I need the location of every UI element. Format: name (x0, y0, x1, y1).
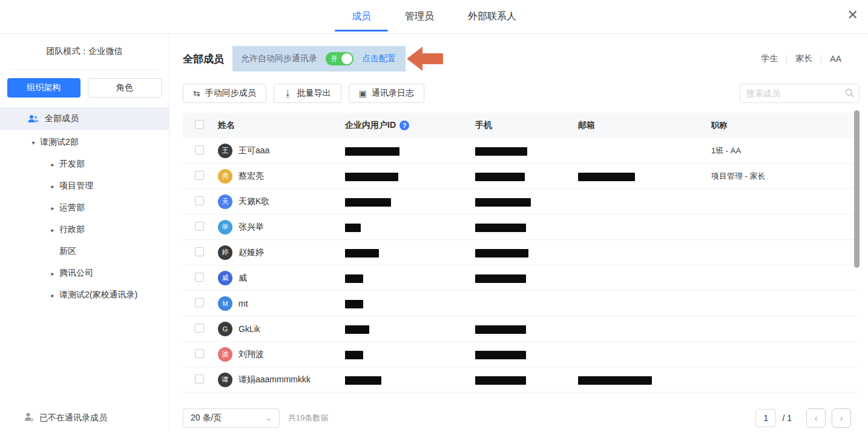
internal-id-cell (345, 349, 475, 359)
sidebar-item-all-members[interactable]: 全部成员 (0, 107, 169, 130)
tab-成员[interactable]: 成员 (335, 0, 388, 34)
phone-cell (475, 145, 578, 155)
tab-外部联系人[interactable]: 外部联系人 (451, 0, 533, 34)
tree-right-triangle-icon[interactable]: ▸ (48, 161, 57, 168)
row-checkbox[interactable] (195, 324, 204, 333)
row-checkbox[interactable] (195, 298, 204, 307)
tree-node[interactable]: ▸腾讯公司 (0, 262, 169, 284)
header-name: 姓名 (218, 120, 345, 131)
redacted-value (578, 376, 652, 385)
checkbox-cell (183, 324, 218, 334)
批量导出-button[interactable]: ⭳批量导出 (274, 84, 341, 103)
member-name: 张兴举 (238, 222, 264, 233)
avatar: 婷 (218, 245, 232, 260)
redacted-value (475, 325, 526, 334)
table-row: 波刘翔波 (183, 342, 860, 367)
members-table: 姓名 企业内用户ID ? 手机 邮箱 职称 王王可aaa1班 - AA亮蔡宏亮项… (183, 113, 860, 393)
name-cell: 婷赵娅婷 (218, 245, 345, 260)
internal-id-cell (345, 324, 475, 333)
auto-sync-toggle[interactable]: 开 (326, 52, 353, 65)
row-checkbox[interactable] (195, 145, 204, 155)
tree-right-triangle-icon[interactable]: ▸ (48, 227, 57, 233)
email-cell (578, 171, 711, 181)
手动同步成员-button[interactable]: ⇆手动同步成员 (183, 84, 266, 103)
person-icon (24, 413, 33, 424)
org-sidebar: 团队模式：企业微信 组织架构角色 全部成员 ▾谭测试2部▸开发部▸项目管理▸运营… (0, 34, 169, 432)
row-checkbox[interactable] (195, 247, 204, 256)
avatar: 威 (218, 271, 232, 285)
tree-right-triangle-icon[interactable]: ▸ (48, 292, 57, 299)
通讯录日志-button[interactable]: ▣通讯录日志 (349, 84, 424, 103)
total-count-label: 共19条数据 (288, 413, 328, 424)
tree-node[interactable]: ▸行政部 (0, 219, 169, 241)
table-scrollbar[interactable] (854, 110, 860, 268)
table-header-row: 姓名 企业内用户ID ? 手机 邮箱 职称 (183, 113, 860, 138)
redacted-value (475, 147, 527, 156)
member-name: 刘翔波 (238, 349, 264, 360)
row-checkbox[interactable] (195, 374, 204, 384)
phone-cell (475, 349, 578, 359)
row-checkbox[interactable] (195, 222, 204, 231)
annotation-arrow-icon (407, 46, 443, 71)
tree-node[interactable]: 新区 (0, 241, 169, 262)
view-button-角色[interactable]: 角色 (88, 78, 162, 98)
name-cell: 天天籁K歌 (218, 194, 345, 209)
help-icon[interactable]: ? (399, 121, 409, 130)
tree-node[interactable]: ▾谭测试2部 (0, 131, 169, 153)
avatar: 王 (218, 144, 232, 158)
page-number-input[interactable]: 1 (755, 409, 776, 427)
tree-node[interactable]: ▸开发部 (0, 153, 169, 175)
row-checkbox[interactable] (195, 349, 204, 358)
member-name: 谭娟aaammmmkkk (238, 374, 311, 385)
tree-node[interactable]: ▸项目管理 (0, 175, 169, 197)
download-icon: ⭳ (284, 89, 292, 98)
tree-node-label: 腾讯公司 (59, 268, 93, 279)
filter-家长[interactable]: 家长 (795, 53, 812, 64)
chevron-down-icon: ⌄ (266, 414, 272, 422)
tree-right-triangle-icon[interactable]: ▸ (48, 205, 57, 211)
next-page-button[interactable]: › (832, 408, 851, 428)
tree-node-label: 行政部 (59, 224, 85, 235)
redacted-value (345, 351, 363, 359)
configure-link[interactable]: 点击配置 (362, 53, 396, 64)
top-tab-bar: 成员管理员外部联系人 ✕ (0, 0, 868, 34)
prev-page-button[interactable]: ‹ (806, 408, 826, 428)
select-all-checkbox[interactable] (195, 120, 204, 129)
search-icon[interactable] (845, 88, 854, 98)
tab-管理员[interactable]: 管理员 (388, 0, 451, 34)
all-members-label: 全部成员 (45, 113, 79, 124)
header-internal-id: 企业内用户ID ? (345, 120, 475, 131)
row-checkbox[interactable] (195, 273, 204, 282)
name-cell: GGkLik (218, 322, 345, 336)
name-cell: 亮蔡宏亮 (218, 169, 345, 184)
tree-down-triangle-icon[interactable]: ▾ (29, 139, 38, 146)
phone-cell (475, 222, 578, 231)
avatar: 谭 (218, 373, 232, 387)
row-checkbox[interactable] (195, 171, 204, 180)
tree-node-label: 新区 (59, 246, 76, 257)
department-tree: ▾谭测试2部▸开发部▸项目管理▸运营部▸行政部新区▸腾讯公司▸谭测试2(家校通讯… (0, 131, 169, 306)
checkbox-cell (183, 273, 218, 284)
checkbox-cell (183, 298, 218, 309)
tree-right-triangle-icon[interactable]: ▸ (48, 270, 57, 277)
button-label: 通讯录日志 (372, 88, 414, 99)
internal-id-cell (345, 374, 475, 384)
view-button-组织架构[interactable]: 组织架构 (7, 78, 81, 98)
redacted-value (475, 173, 525, 181)
log-icon: ▣ (359, 89, 367, 98)
close-icon[interactable]: ✕ (847, 8, 858, 22)
button-label: 手动同步成员 (205, 88, 256, 99)
tree-right-triangle-icon[interactable]: ▸ (48, 183, 57, 190)
page-size-select[interactable]: 20 条/页 ⌄ (183, 408, 280, 428)
row-checkbox[interactable] (195, 196, 204, 205)
filter-AA[interactable]: AA (830, 54, 841, 64)
tree-node[interactable]: ▸运营部 (0, 197, 169, 219)
team-mode-title: 团队模式：企业微信 (0, 46, 169, 69)
job-title-cell: 1班 - AA (711, 145, 860, 156)
search-input[interactable] (740, 84, 860, 103)
header-phone: 手机 (475, 120, 578, 131)
sidebar-item-removed-members[interactable]: 已不在通讯录成员 (0, 413, 169, 424)
page-title: 全部成员 (183, 52, 224, 66)
tree-node[interactable]: ▸谭测试2(家校通讯录) (0, 284, 169, 306)
filter-学生[interactable]: 学生 (761, 53, 778, 64)
